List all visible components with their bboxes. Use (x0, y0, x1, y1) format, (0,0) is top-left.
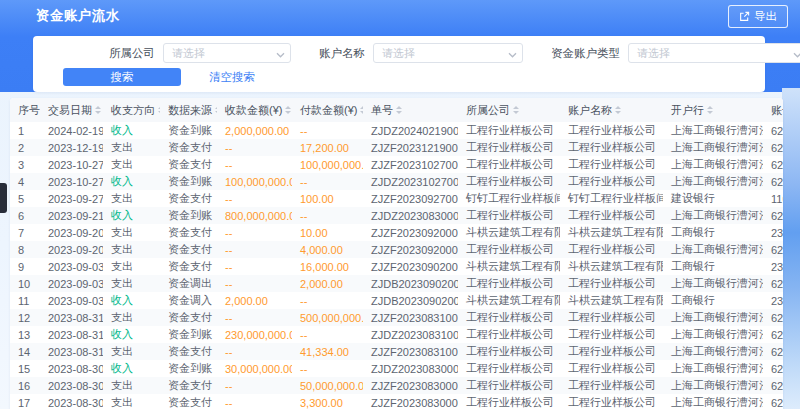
table-row: 12024-02-19收入资金到账2,000,000.00--ZJDZ20240… (10, 122, 783, 139)
export-button[interactable]: 导出 (728, 5, 788, 28)
sort-caret-icon[interactable] (513, 106, 519, 114)
column-header-source[interactable]: 数据来源 (160, 98, 217, 122)
cell-receive: -- (217, 309, 292, 326)
cell-receive: -- (217, 156, 292, 173)
cell-order_no: ZJDZ20230831001 (363, 326, 458, 343)
column-header-order_no[interactable]: 单号 (363, 98, 458, 122)
cell-pay: 50,000,000.00 (292, 377, 363, 394)
cell-direction: 支出 (103, 377, 160, 394)
cell-source: 资金支付 (160, 190, 217, 207)
sort-caret-icon[interactable] (215, 106, 217, 114)
cell-bank: 上海工商银行漕河泾支行 (663, 326, 763, 343)
cell-account_name: 工程行业样板公司 (560, 394, 663, 409)
sort-caret-icon[interactable] (707, 106, 713, 114)
cell-source: 资金支付 (160, 156, 217, 173)
cell-account_no: 622230111 (763, 139, 783, 156)
company-select[interactable]: 请选择 (163, 43, 291, 63)
sort-caret-icon[interactable] (158, 106, 160, 114)
cell-source: 资金到账 (160, 207, 217, 224)
cell-direction: 收入 (103, 173, 160, 190)
cell-pay: 17,200.00 (292, 139, 363, 156)
cell-account_name: 斗栱云建筑工程有限公司 (560, 258, 663, 275)
export-label: 导出 (754, 9, 777, 24)
column-header-account_name[interactable]: 账户名称 (560, 98, 663, 122)
filter-panel: 所属公司 请选择 账户名称 请选择 资金账户类型 请选择 (33, 36, 765, 92)
cell-account_no: 622230111 (763, 122, 783, 139)
column-header-company[interactable]: 所属公司 (458, 98, 560, 122)
cell-bank: 工商银行 (663, 292, 763, 309)
sort-caret-icon[interactable] (396, 106, 402, 114)
cell-direction: 收入 (103, 207, 160, 224)
column-label: 所属公司 (466, 103, 510, 118)
cell-order_no: ZJZF20230830007 (363, 377, 458, 394)
table-row: 42023-10-27收入资金到账100,000,000.00--ZJDZ202… (10, 173, 783, 190)
cell-direction: 支出 (103, 224, 160, 241)
cell-receive: -- (217, 241, 292, 258)
cell-pay: 4,000.00 (292, 241, 363, 258)
cell-source: 资金到账 (160, 326, 217, 343)
cell-no: 13 (10, 326, 40, 343)
column-label: 开户行 (671, 103, 704, 118)
account-name-select[interactable]: 请选择 (373, 43, 523, 63)
sort-caret-icon[interactable] (95, 106, 101, 114)
table-row: 32023-10-27支出资金支付--100,000,000.00ZJZF202… (10, 156, 783, 173)
cell-no: 16 (10, 377, 40, 394)
column-header-receive[interactable]: 收款金额(¥) (217, 98, 292, 122)
cell-company: 工程行业样板公司 (458, 207, 560, 224)
cell-order_no: ZJZF20230831002 (363, 309, 458, 326)
cell-account_no: 622230111 (763, 343, 783, 360)
column-header-account_no[interactable]: 账号 (763, 98, 783, 122)
top-bar: 资金账户流水 导出 (0, 0, 800, 32)
cell-account_no: 110223825 (763, 190, 783, 207)
cell-account_no: 622230111 (763, 156, 783, 173)
cell-order_no: ZJZF20230927001 (363, 190, 458, 207)
cell-bank: 工商银行 (663, 258, 763, 275)
cell-date: 2023-08-31 (40, 343, 103, 360)
cell-date: 2023-12-19 (40, 139, 103, 156)
cell-order_no: ZJDB20230902001 (363, 292, 458, 309)
column-header-no: 序号 (10, 98, 40, 122)
cell-company: 工程行业样板公司 (458, 139, 560, 156)
column-header-bank[interactable]: 开户行 (663, 98, 763, 122)
cell-account_name: 工程行业样板公司 (560, 241, 663, 258)
account-type-select[interactable]: 请选择 (628, 43, 800, 63)
cell-bank: 上海工商银行漕河泾支行 (663, 156, 763, 173)
cell-no: 11 (10, 292, 40, 309)
cell-direction: 支出 (103, 241, 160, 258)
field-company: 所属公司 请选择 (109, 43, 291, 63)
cell-source: 资金支付 (160, 258, 217, 275)
side-widget-handle[interactable] (0, 183, 7, 213)
cell-account_name: 钉钉工程行业样板间 (560, 190, 663, 207)
sort-caret-icon[interactable] (615, 106, 621, 114)
cell-direction: 支出 (103, 394, 160, 409)
chevron-down-icon (508, 44, 517, 62)
cell-bank: 上海工商银行漕河泾支行 (663, 122, 763, 139)
cell-company: 斗栱云建筑工程有限公司 (458, 258, 560, 275)
cell-date: 2023-08-31 (40, 326, 103, 343)
cell-account_name: 工程行业样板公司 (560, 156, 663, 173)
cell-bank: 上海工商银行漕河泾支行 (663, 139, 763, 156)
cell-date: 2023-09-20 (40, 241, 103, 258)
cell-source: 资金支付 (160, 224, 217, 241)
column-header-pay[interactable]: 付款金额(¥) (292, 98, 363, 122)
cell-pay: 2,000.00 (292, 275, 363, 292)
cell-account_name: 工程行业样板公司 (560, 139, 663, 156)
column-label: 交易日期 (48, 103, 92, 118)
table-row: 72023-09-20支出资金支付--10.00ZJZF20230920002斗… (10, 224, 783, 241)
cell-account_name: 工程行业样板公司 (560, 207, 663, 224)
cell-company: 工程行业样板公司 (458, 343, 560, 360)
sort-caret-icon[interactable] (285, 106, 291, 114)
cell-source: 资金到账 (160, 173, 217, 190)
cell-receive: 230,000,000.00 (217, 326, 292, 343)
cell-order_no: ZJZF20230920001 (363, 241, 458, 258)
sort-caret-icon[interactable] (360, 106, 363, 114)
column-header-date[interactable]: 交易日期 (40, 98, 103, 122)
search-button[interactable]: 搜索 (63, 68, 181, 86)
clear-search-button[interactable]: 清空搜索 (209, 70, 255, 85)
cell-company: 工程行业样板公司 (458, 156, 560, 173)
cell-company: 钉钉工程行业样板间 (458, 190, 560, 207)
cell-company: 工程行业样板公司 (458, 326, 560, 343)
cell-no: 1 (10, 122, 40, 139)
column-header-direction[interactable]: 收支方向 (103, 98, 160, 122)
cell-account_name: 工程行业样板公司 (560, 343, 663, 360)
